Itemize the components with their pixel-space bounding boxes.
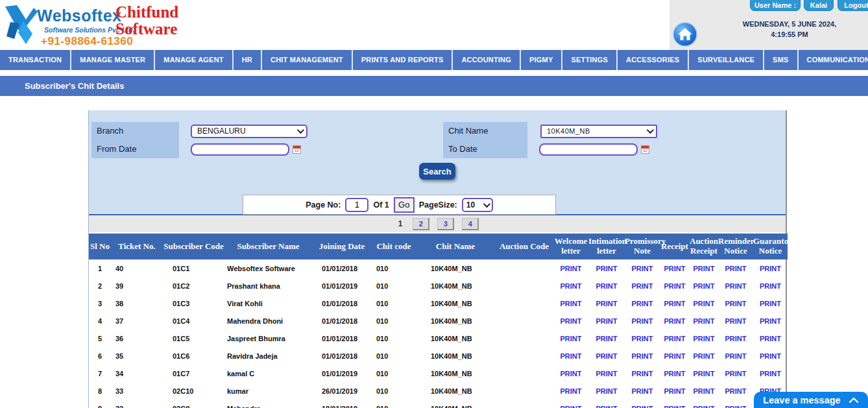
print-link[interactable]: PRINT xyxy=(693,387,715,395)
print-link[interactable]: PRINT xyxy=(693,282,715,290)
print-link[interactable]: PRINT xyxy=(760,282,781,290)
nav-item-surveillance[interactable]: SURVEILLANCE xyxy=(689,50,764,70)
print-link[interactable]: PRINT xyxy=(632,300,653,307)
print-link[interactable]: PRINT xyxy=(664,265,686,272)
print-link[interactable]: PRINT xyxy=(561,387,582,395)
from-date-input[interactable] xyxy=(191,143,289,156)
print-link[interactable]: PRINT xyxy=(725,282,747,290)
print-link[interactable]: PRINT xyxy=(664,317,686,325)
print-link[interactable]: PRINT xyxy=(693,405,715,408)
print-link[interactable]: PRINT xyxy=(664,370,686,378)
print-link[interactable]: PRINT xyxy=(664,352,686,360)
chit-name-select[interactable]: 10K40M_NB xyxy=(540,125,657,138)
print-link[interactable]: PRINT xyxy=(760,352,781,360)
nav-item-accounting[interactable]: ACCOUNTING xyxy=(453,50,521,70)
print-cell: PRINT xyxy=(588,259,625,277)
print-link[interactable]: PRINT xyxy=(725,300,747,307)
print-link[interactable]: PRINT xyxy=(632,265,653,272)
cell-ticket: 39 xyxy=(111,277,163,294)
chat-widget[interactable]: Leave a message xyxy=(754,392,868,408)
print-link[interactable]: PRINT xyxy=(664,300,686,307)
print-link[interactable]: PRINT xyxy=(760,370,781,378)
print-cell: PRINT xyxy=(690,294,718,312)
print-link[interactable]: PRINT xyxy=(596,387,618,395)
print-link[interactable]: PRINT xyxy=(664,335,686,342)
print-link[interactable]: PRINT xyxy=(596,352,618,360)
nav-item-transaction[interactable]: TRANSACTION xyxy=(0,50,71,70)
print-link[interactable]: PRINT xyxy=(596,317,618,325)
print-link[interactable]: PRINT xyxy=(561,265,582,272)
print-link[interactable]: PRINT xyxy=(760,265,781,272)
print-link[interactable]: PRINT xyxy=(632,352,653,360)
branch-select[interactable]: BENGALURU xyxy=(191,125,307,138)
print-link[interactable]: PRINT xyxy=(664,387,686,395)
print-link[interactable]: PRINT xyxy=(596,300,618,307)
print-link[interactable]: PRINT xyxy=(596,265,618,272)
print-link[interactable]: PRINT xyxy=(561,300,582,307)
cell-auction-code xyxy=(495,294,553,312)
print-link[interactable]: PRINT xyxy=(693,317,715,325)
print-link[interactable]: PRINT xyxy=(632,317,653,325)
print-link[interactable]: PRINT xyxy=(693,300,715,307)
calendar-icon[interactable] xyxy=(293,145,301,154)
calendar-icon[interactable] xyxy=(641,145,649,154)
print-link[interactable]: PRINT xyxy=(664,405,686,408)
print-link[interactable]: PRINT xyxy=(561,370,582,378)
print-link[interactable]: PRINT xyxy=(693,352,715,360)
user-name-label-button[interactable]: User Name : xyxy=(750,0,801,11)
print-link[interactable]: PRINT xyxy=(561,405,582,408)
print-link[interactable]: PRINT xyxy=(693,335,715,342)
nav-item-manage-agent[interactable]: MANAGE AGENT xyxy=(155,50,233,70)
page-number-button-3[interactable]: 3 xyxy=(437,218,454,230)
print-link[interactable]: PRINT xyxy=(632,335,653,342)
go-button[interactable]: Go xyxy=(394,197,415,213)
nav-item-communication[interactable]: COMMUNICATION xyxy=(799,50,868,70)
print-link[interactable]: PRINT xyxy=(725,387,747,395)
page-number-button-2[interactable]: 2 xyxy=(413,218,429,230)
print-link[interactable]: PRINT xyxy=(632,387,653,395)
page-size-select[interactable]: 10 xyxy=(462,198,493,212)
chevron-up-icon xyxy=(849,397,859,403)
nav-item-prints-and-reports[interactable]: PRINTS AND REPORTS xyxy=(353,50,453,70)
page-number-button-4[interactable]: 4 xyxy=(462,218,479,230)
print-link[interactable]: PRINT xyxy=(725,317,747,325)
nav-item-accessories[interactable]: ACCESSORIES xyxy=(618,50,689,70)
print-link[interactable]: PRINT xyxy=(632,370,653,378)
logout-button[interactable]: Logout xyxy=(838,0,868,11)
print-link[interactable]: PRINT xyxy=(725,370,747,378)
print-link[interactable]: PRINT xyxy=(596,335,618,342)
print-link[interactable]: PRINT xyxy=(760,300,781,307)
home-icon[interactable] xyxy=(673,22,697,47)
search-button[interactable]: Search xyxy=(419,163,455,180)
print-cell: PRINT xyxy=(625,382,660,400)
nav-item-settings[interactable]: SETTINGS xyxy=(562,50,618,70)
print-link[interactable]: PRINT xyxy=(561,335,582,342)
nav-item-sms[interactable]: SMS xyxy=(764,50,798,70)
print-link[interactable]: PRINT xyxy=(561,282,582,290)
print-link[interactable]: PRINT xyxy=(725,265,747,272)
print-link[interactable]: PRINT xyxy=(760,317,781,325)
page-no-input[interactable] xyxy=(345,198,368,212)
print-link[interactable]: PRINT xyxy=(561,352,582,360)
cell-joining: 01/01/2018 xyxy=(312,312,372,330)
print-link[interactable]: PRINT xyxy=(693,265,715,272)
print-link[interactable]: PRINT xyxy=(693,370,715,378)
nav-item-hr[interactable]: HR xyxy=(234,50,262,70)
nav-item-manage-master[interactable]: MANAGE MASTER xyxy=(71,50,155,70)
print-link[interactable]: PRINT xyxy=(596,405,618,408)
to-date-input[interactable] xyxy=(539,143,638,156)
print-link[interactable]: PRINT xyxy=(725,405,747,408)
nav-item-chit-management[interactable]: CHIT MANAGEMENT xyxy=(262,50,353,70)
print-link[interactable]: PRINT xyxy=(596,282,618,290)
print-link[interactable]: PRINT xyxy=(725,352,747,360)
print-link[interactable]: PRINT xyxy=(760,335,781,342)
print-cell: PRINT xyxy=(690,382,718,400)
print-link[interactable]: PRINT xyxy=(725,335,747,342)
user-name-value-button[interactable]: Kalai xyxy=(804,0,834,11)
print-link[interactable]: PRINT xyxy=(664,282,686,290)
nav-item-pigmy[interactable]: PIGMY xyxy=(521,50,562,70)
print-link[interactable]: PRINT xyxy=(632,282,653,290)
print-link[interactable]: PRINT xyxy=(596,370,618,378)
print-link[interactable]: PRINT xyxy=(632,405,653,408)
print-link[interactable]: PRINT xyxy=(561,317,582,325)
